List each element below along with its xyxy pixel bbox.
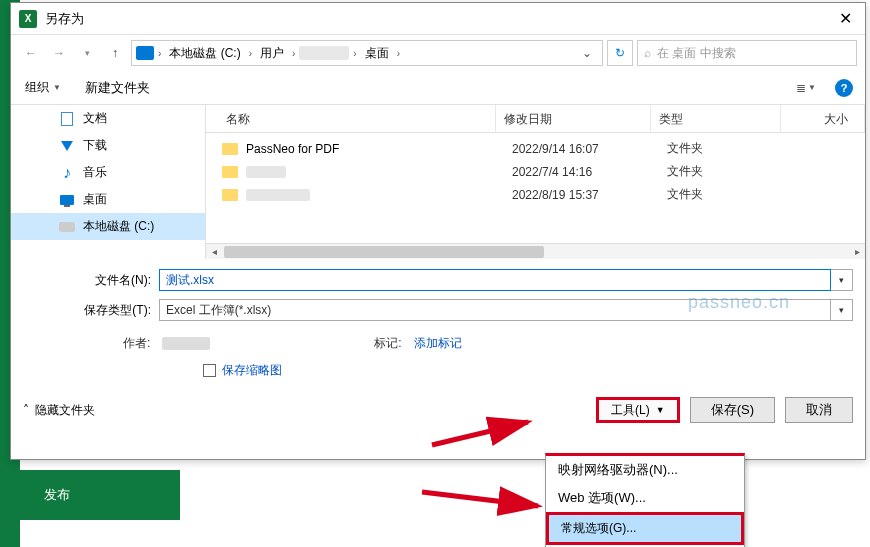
file-type: 文件夹: [667, 186, 797, 203]
chevron-up-icon: ˄: [23, 403, 29, 417]
chevron-down-icon: ▼: [656, 405, 665, 415]
column-size[interactable]: 大小: [781, 105, 865, 132]
chevron-down-icon: ▼: [53, 83, 61, 92]
add-tag-link[interactable]: 添加标记: [414, 335, 462, 352]
sidebar-item-music[interactable]: ♪ 音乐: [11, 159, 205, 186]
column-date[interactable]: 修改日期: [496, 105, 651, 132]
search-icon: ⌕: [644, 46, 651, 60]
dialog-title: 另存为: [45, 10, 829, 28]
tools-dropdown: 映射网络驱动器(N)... Web 选项(W)... 常规选项(G)... 压缩…: [545, 453, 745, 547]
publish-button[interactable]: 发布: [20, 470, 180, 520]
forward-button[interactable]: →: [47, 41, 71, 65]
location-bar: ← → ▾ ↑ › 本地磁盘 (C:) › 用户 › › 桌面 › ⌄ ↻ ⌕ …: [11, 35, 865, 71]
search-placeholder: 在 桌面 中搜索: [657, 45, 736, 62]
horizontal-scrollbar[interactable]: ◂ ▸: [206, 243, 865, 259]
up-button[interactable]: ↑: [103, 41, 127, 65]
file-date: 2022/8/19 15:37: [512, 188, 667, 202]
sidebar-item-label: 下载: [83, 137, 107, 154]
folder-icon: [222, 189, 238, 201]
column-name[interactable]: 名称: [206, 105, 496, 132]
path-segment[interactable]: 用户: [256, 45, 288, 62]
chevron-right-icon: ›: [247, 48, 254, 59]
new-folder-button[interactable]: 新建文件夹: [79, 75, 156, 101]
file-row[interactable]: PassNeo for PDF 2022/9/14 16:07 文件夹: [206, 137, 865, 160]
file-date: 2022/7/4 14:16: [512, 165, 667, 179]
dropdown-item-map-drive[interactable]: 映射网络驱动器(N)...: [546, 456, 744, 484]
chevron-right-icon: ›: [351, 48, 358, 59]
path-segment[interactable]: 桌面: [361, 45, 393, 62]
pc-icon: [136, 46, 154, 60]
download-icon: [61, 141, 73, 151]
file-name: [246, 166, 512, 178]
save-form: 文件名(N): ▾ 保存类型(T): Excel 工作簿(*.xlsx) ▾ 作…: [11, 259, 865, 387]
filename-input[interactable]: [159, 269, 831, 291]
path-dropdown[interactable]: ⌄: [576, 46, 598, 60]
music-icon: ♪: [59, 165, 75, 181]
back-button[interactable]: ←: [19, 41, 43, 65]
recent-locations-button[interactable]: ▾: [75, 41, 99, 65]
path-segment-redacted[interactable]: [299, 46, 349, 60]
dropdown-item-web-options[interactable]: Web 选项(W)...: [546, 484, 744, 512]
filename-dropdown[interactable]: ▾: [831, 269, 853, 291]
annotation-arrow-1: [428, 410, 538, 450]
file-type: 文件夹: [667, 163, 797, 180]
titlebar: X 另存为 ✕: [11, 3, 865, 35]
desktop-icon: [60, 195, 74, 205]
folder-icon: [222, 166, 238, 178]
file-name: [246, 189, 512, 201]
sidebar: 文档 下载 ♪ 音乐 桌面 本地磁盘 (C:): [11, 105, 206, 259]
column-type[interactable]: 类型: [651, 105, 781, 132]
sidebar-item-label: 音乐: [83, 164, 107, 181]
folder-icon: [222, 143, 238, 155]
toolbar: 组织▼ 新建文件夹 ≣ ▼ ?: [11, 71, 865, 105]
scroll-right-button[interactable]: ▸: [849, 244, 865, 260]
sidebar-item-local-disk[interactable]: 本地磁盘 (C:): [11, 213, 205, 240]
thumbnail-label: 保存缩略图: [222, 362, 282, 379]
filetype-value: Excel 工作簿(*.xlsx): [166, 302, 271, 319]
help-button[interactable]: ?: [831, 76, 857, 100]
organize-button[interactable]: 组织▼: [19, 75, 67, 100]
author-label: 作者:: [123, 335, 150, 352]
document-icon: [61, 112, 73, 126]
sidebar-item-downloads[interactable]: 下载: [11, 132, 205, 159]
author-value-redacted: [162, 337, 210, 350]
chevron-right-icon: ›: [395, 48, 402, 59]
file-row[interactable]: 2022/8/19 15:37 文件夹: [206, 183, 865, 206]
chevron-right-icon: ›: [290, 48, 297, 59]
file-date: 2022/9/14 16:07: [512, 142, 667, 156]
file-type: 文件夹: [667, 140, 797, 157]
tag-label: 标记:: [374, 335, 401, 352]
close-button[interactable]: ✕: [829, 3, 861, 35]
annotation-arrow-2: [418, 484, 548, 518]
svg-line-1: [422, 492, 538, 506]
filename-label: 文件名(N):: [23, 272, 159, 289]
view-options-button[interactable]: ≣ ▼: [793, 76, 819, 100]
path-segment[interactable]: 本地磁盘 (C:): [165, 45, 244, 62]
chevron-right-icon: ›: [156, 48, 163, 59]
hide-folders-button[interactable]: ˄ 隐藏文件夹: [23, 402, 95, 419]
path-box[interactable]: › 本地磁盘 (C:) › 用户 › › 桌面 › ⌄: [131, 40, 603, 66]
sidebar-item-label: 桌面: [83, 191, 107, 208]
sidebar-item-label: 文档: [83, 110, 107, 127]
file-row[interactable]: 2022/7/4 14:16 文件夹: [206, 160, 865, 183]
save-as-dialog: X 另存为 ✕ ← → ▾ ↑ › 本地磁盘 (C:) › 用户 › › 桌面 …: [10, 2, 866, 460]
scroll-left-button[interactable]: ◂: [206, 244, 222, 260]
filetype-dropdown[interactable]: ▾: [831, 299, 853, 321]
thumbnail-checkbox[interactable]: [203, 364, 216, 377]
dropdown-item-general-options[interactable]: 常规选项(G)...: [546, 512, 744, 545]
disk-icon: [59, 222, 75, 232]
cancel-button[interactable]: 取消: [785, 397, 853, 423]
watermark: passneo.cn: [688, 292, 790, 313]
scrollbar-thumb[interactable]: [224, 246, 544, 258]
filetype-label: 保存类型(T):: [23, 302, 159, 319]
file-list: 名称 修改日期 类型 大小 PassNeo for PDF 2022/9/14 …: [206, 105, 865, 259]
refresh-button[interactable]: ↻: [607, 40, 633, 66]
redacted: [246, 166, 286, 178]
search-input[interactable]: ⌕ 在 桌面 中搜索: [637, 40, 857, 66]
save-button[interactable]: 保存(S): [690, 397, 775, 423]
sidebar-item-label: 本地磁盘 (C:): [83, 218, 154, 235]
tools-button[interactable]: 工具(L) ▼: [596, 397, 680, 423]
sidebar-item-documents[interactable]: 文档: [11, 105, 205, 132]
redacted: [246, 189, 310, 201]
sidebar-item-desktop[interactable]: 桌面: [11, 186, 205, 213]
